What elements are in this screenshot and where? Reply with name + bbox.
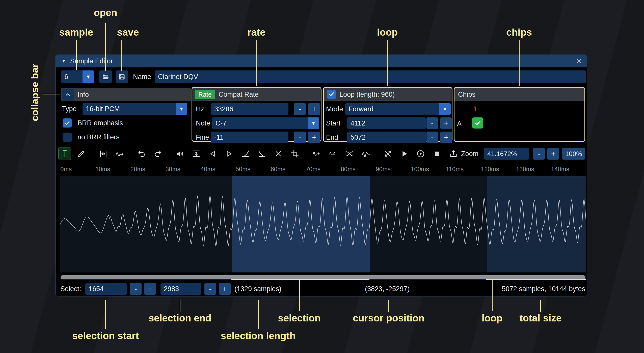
chip-number: 1 [473, 103, 477, 115]
annotation-save: save [117, 27, 139, 38]
fine-decrement-button[interactable]: - [294, 132, 306, 143]
fade-out-icon [257, 149, 266, 158]
toolbar-select-button[interactable] [59, 147, 71, 160]
timeline-label: 0ms [60, 166, 72, 173]
annotation-line-collapse-bar [43, 94, 60, 94]
toolbar-play-region-button[interactable] [414, 147, 427, 160]
chevron-down-icon[interactable]: ▼ [308, 117, 319, 129]
zoom-increment-button[interactable]: + [547, 148, 559, 160]
toolbar-normalize-button[interactable] [190, 147, 202, 160]
toolbar-draw-button[interactable] [75, 147, 87, 160]
waveform-scrollbar[interactable] [60, 275, 586, 280]
toolbar-stop-button[interactable] [431, 147, 443, 160]
selection-start-increment-button[interactable]: + [144, 283, 156, 295]
chips-section: Chips 1 A [454, 87, 585, 142]
annotation-line-loop [387, 40, 388, 86]
hz-input[interactable]: 33286 [211, 103, 288, 115]
chevron-down-icon[interactable]: ▼ [176, 103, 187, 115]
loop-start-decrement-button[interactable]: - [426, 117, 438, 129]
page-background: open sample save rate loop chips collaps… [0, 0, 644, 353]
toolbar-amplify-button[interactable] [174, 147, 186, 160]
zoom-input[interactable]: 41.1672% [484, 148, 529, 160]
rate-header-label[interactable]: Compat Rate [219, 89, 259, 100]
close-icon [576, 58, 582, 64]
hz-increment-button[interactable]: + [308, 103, 320, 115]
selection-start-input[interactable]: 1654 [85, 283, 127, 295]
cut-icon [383, 149, 392, 158]
loop-end-decrement-button[interactable]: - [426, 132, 438, 143]
hz-decrement-button[interactable]: - [294, 103, 306, 115]
note-selector-value: C-7 [212, 117, 319, 129]
toolbar-play-button[interactable] [398, 147, 410, 160]
chevron-down-icon[interactable]: ▼ [83, 70, 94, 83]
window-title-bar[interactable]: ▼ Sample Editor [56, 55, 587, 67]
toolbar-resize-button[interactable] [97, 147, 109, 160]
loop-enable-checkbox[interactable] [327, 90, 336, 99]
toolbar-insert-silence-button[interactable] [310, 147, 323, 160]
scrollbar-thumb[interactable] [61, 275, 585, 279]
toolbar-crossfade-button[interactable] [343, 147, 356, 160]
play-region-icon [416, 149, 425, 158]
toolbar-fade-in-button[interactable] [239, 147, 252, 160]
zoom-reset-button[interactable]: 100% [562, 148, 585, 160]
selection-end-increment-button[interactable]: + [219, 283, 231, 295]
toolbar-resample-button[interactable] [113, 147, 126, 160]
toolbar-fade-out-button[interactable] [256, 147, 268, 160]
toolbar-invert-button[interactable] [223, 147, 235, 160]
toolbar-undo-button[interactable] [135, 147, 148, 160]
close-button[interactable] [576, 58, 582, 64]
selection-start-decrement-button[interactable]: - [130, 283, 142, 295]
type-selector[interactable]: 16-bit PCM ▼ [83, 103, 187, 115]
toolbar-filter-button[interactable] [360, 147, 372, 160]
loop-end-increment-button[interactable]: + [440, 132, 452, 143]
timeline-label: 140ms [551, 166, 569, 173]
chevron-down-icon[interactable]: ▼ [439, 103, 451, 115]
annotation-line-cursor-position [388, 300, 389, 312]
toolbar-cut-button[interactable] [382, 147, 394, 160]
brr-emphasis-checkbox[interactable] [63, 118, 72, 128]
rate-tab-badge[interactable]: Rate [195, 90, 215, 99]
loop-start-increment-button[interactable]: + [440, 117, 452, 129]
toolbar-reverse-button[interactable] [206, 147, 219, 160]
toolbar-import-button[interactable] [447, 147, 460, 160]
annotation-selection-start: selection start [72, 330, 139, 341]
sample-selector[interactable]: 6 ▼ [61, 70, 94, 83]
toolbar-apply-silence-button[interactable] [327, 147, 339, 160]
loop-end-input[interactable]: 5072 [347, 132, 426, 143]
toolbar-redo-button[interactable] [152, 147, 164, 160]
save-sample-button[interactable] [116, 70, 128, 83]
waveform-display[interactable] [60, 176, 586, 272]
timeline-label: 110ms [446, 166, 464, 173]
selection-end-input[interactable]: 2983 [160, 283, 201, 295]
no-brr-filters-checkbox[interactable] [63, 133, 72, 142]
info-collapse-button[interactable] [62, 89, 74, 100]
annotation-line-save [121, 40, 122, 71]
draw-icon [77, 149, 86, 158]
chip-enable-checkbox[interactable] [472, 117, 483, 129]
filter-icon [361, 149, 370, 158]
loop-mode-selector[interactable]: Forward ▼ [345, 103, 451, 115]
fine-input[interactable]: -11 [211, 132, 288, 143]
note-selector[interactable]: C-7 ▼ [212, 117, 319, 129]
toolbar-trim-button[interactable] [288, 147, 301, 160]
open-sample-button[interactable] [99, 70, 112, 83]
stop-icon [433, 149, 442, 158]
annotation-line-selection-start [105, 300, 106, 329]
annotation-chips: chips [506, 27, 532, 38]
timeline-label: 60ms [271, 166, 285, 173]
window-collapse-icon[interactable]: ▼ [61, 58, 66, 64]
loop-start-input[interactable]: 4112 [347, 117, 426, 129]
trim-icon [290, 149, 299, 158]
toolbar-delete-button[interactable] [272, 147, 284, 160]
annotation-loop-region: loop [482, 313, 502, 324]
zoom-decrement-button[interactable]: - [533, 148, 545, 160]
loop-mode-value: Forward [345, 103, 451, 115]
amplify-icon [175, 149, 184, 158]
invert-icon [225, 149, 234, 158]
annotation-line-open [105, 23, 106, 71]
timeline-ruler[interactable]: 0ms10ms20ms30ms40ms50ms60ms70ms80ms90ms1… [56, 163, 587, 175]
selection-end-decrement-button[interactable]: - [204, 283, 216, 295]
fine-increment-button[interactable]: + [308, 132, 320, 143]
name-input[interactable]: Clarinet DQV [155, 70, 586, 83]
timeline-label: 80ms [341, 166, 356, 173]
